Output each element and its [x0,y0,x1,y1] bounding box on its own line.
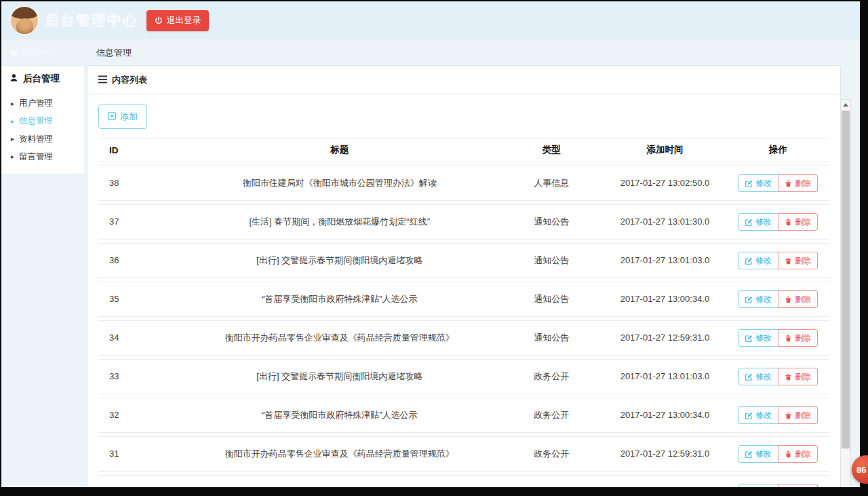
edit-button[interactable]: 修改 [738,368,778,385]
row-actions: 修改 删除 [738,290,818,308]
sidebar-top-label: 管理中心 [21,47,56,59]
row-type-cell: 政务公开 [500,436,603,472]
screenshot-frame: 后台管理中心 退出登录 管理中心 [0,0,868,496]
caret-right-icon: ▸ [11,152,14,161]
row-time-cell: 2017-01-27 13:01:03.0 [603,243,727,278]
delete-button[interactable]: 删除 [778,406,818,424]
edit-button[interactable]: 修改 [738,213,778,231]
row-ops-cell: 修改 删除 [727,243,829,278]
row-type-cell: 政务公开 [500,475,603,487]
delete-button[interactable]: 删除 [778,445,818,463]
table-row: 35 “首届享受衡阳市政府特殊津贴”人选公示 通知公告 2017-01-27 1… [98,282,829,317]
edit-button[interactable]: 修改 [738,484,778,487]
table-row: 32 “首届享受衡阳市政府特殊津贴”人选公示 政务公开 2017-01-27 1… [98,398,829,433]
row-id-cell: 36 [98,243,179,278]
row-title-cell: 衡阳市住建局对《衡阳市城市公园管理办法》解读 [179,166,500,201]
delete-button[interactable]: 删除 [778,252,818,269]
row-time-cell: 2017-01-27 12:59:31.0 [603,320,727,356]
content-panel: 内容列表 添加 [87,65,841,487]
row-id-cell: 31 [98,436,179,472]
edit-button-label: 修改 [755,179,772,187]
sidebar-item-2[interactable]: ▸ 资料管理 [1,130,84,148]
row-actions: 修改 删除 [738,329,818,347]
app-window: 后台管理中心 退出登录 管理中心 [1,1,860,487]
badge-value: 86 [856,465,866,475]
sidebar-section-label: 后台管理 [23,73,60,85]
edit-button-label: 修改 [755,450,772,458]
edit-button[interactable]: 修改 [738,329,778,347]
pencil-square-icon [745,218,753,226]
delete-button-label: 删除 [795,450,811,458]
delete-button[interactable]: 删除 [778,329,818,347]
row-id-cell: 34 [98,320,179,356]
sidebar-item-3[interactable]: ▸ 留言管理 [1,148,84,166]
row-actions: 修改 删除 [738,252,818,269]
list-icon [98,75,107,85]
sidebar-menu-card: 后台管理 ▸ 用户管理 ▸ 信息管理 ▸ 资料管理 ▸ 留言管理 [1,65,84,174]
edit-button-label: 修改 [755,373,772,381]
main-content: 信息管理 内容列表 [84,39,860,487]
trash-icon [785,180,792,187]
row-time-cell: 2017-01-27 13:01:03.0 [603,359,727,394]
scrollbar[interactable] [840,99,851,487]
row-type-cell: 通知公告 [500,320,603,356]
delete-button-label: 删除 [795,334,811,342]
row-actions: 修改 删除 [738,484,818,487]
scrollbar-thumb[interactable] [842,111,850,449]
row-time-cell: 2017-01-27 12:59:31.0 [603,436,727,472]
edit-button[interactable]: 修改 [738,290,778,308]
edit-button-label: 修改 [755,295,772,303]
pencil-square-icon [745,412,753,419]
delete-button-label: 删除 [795,256,811,265]
row-type-cell: 通知公告 [500,243,603,278]
table-row: 30 南岳区2017年春节黄金周域景区交通管制通告 政务公开 2017-01-2… [98,475,829,487]
logout-label: 退出登录 [167,15,201,26]
pencil-square-icon [745,373,753,381]
row-id-cell: 35 [98,282,179,317]
caret-right-icon: ▸ [11,117,14,126]
row-time-cell: 2017-01-27 13:01:30.0 [603,204,727,240]
sidebar-item-label: 资料管理 [19,134,53,145]
column-header-id: ID [98,138,179,162]
table-row: 33 [出行] 交警提示春节期间衡阳境内避堵攻略 政务公开 2017-01-27… [98,359,829,394]
delete-button[interactable]: 删除 [778,368,818,385]
delete-button[interactable]: 删除 [778,213,818,231]
row-ops-cell: 修改 删除 [727,398,829,433]
sidebar-top-item[interactable]: 管理中心 [1,39,84,65]
row-title-cell: 南岳区2017年春节黄金周域景区交通管制通告 [179,475,500,487]
row-ops-cell: 修改 删除 [727,282,829,317]
sidebar-item-label: 信息管理 [19,115,53,126]
edit-button[interactable]: 修改 [738,445,778,463]
column-header-ops: 操作 [727,138,829,162]
edit-button[interactable]: 修改 [738,252,778,269]
sidebar-item-1[interactable]: ▸ 信息管理 [1,112,84,130]
add-button[interactable]: 添加 [98,104,147,129]
logout-button[interactable]: 退出登录 [146,10,209,31]
avatar[interactable] [11,7,38,34]
edit-button[interactable]: 修改 [738,406,778,424]
sidebar-section-backend[interactable]: 后台管理 [1,66,84,92]
row-ops-cell: 修改 删除 [727,204,829,240]
delete-button[interactable]: 删除 [778,290,818,308]
trash-icon [785,218,792,226]
edit-button[interactable]: 修改 [738,174,778,192]
caret-right-icon: ▸ [11,99,14,108]
row-title-cell: [出行] 交警提示春节期间衡阳境内避堵攻略 [179,243,500,278]
column-header-type: 类型 [500,138,603,162]
sidebar-item-0[interactable]: ▸ 用户管理 [1,94,84,112]
sidebar-menu: ▸ 用户管理 ▸ 信息管理 ▸ 资料管理 ▸ 留言管理 [1,94,84,166]
row-actions: 修改 删除 [738,445,818,463]
row-actions: 修改 删除 [738,174,818,192]
row-time-cell: 2017-01-27 13:00:34.0 [603,282,727,317]
app-title: 后台管理中心 [45,11,138,30]
edit-button-label: 修改 [755,411,772,419]
delete-button[interactable]: 删除 [778,174,818,192]
row-time-cell: 2017-01-27 13:00:34.0 [603,398,727,433]
row-ops-cell: 修改 删除 [727,475,829,487]
row-actions: 修改 删除 [738,406,818,424]
pencil-square-icon [745,335,753,342]
sidebar: 管理中心 后台管理 ▸ 用户管理 ▸ 信息管理 ▸ [1,39,84,487]
delete-button[interactable]: 删除 [778,484,818,487]
scrollbar-up-arrow[interactable] [841,100,850,109]
plus-square-icon [108,112,116,122]
